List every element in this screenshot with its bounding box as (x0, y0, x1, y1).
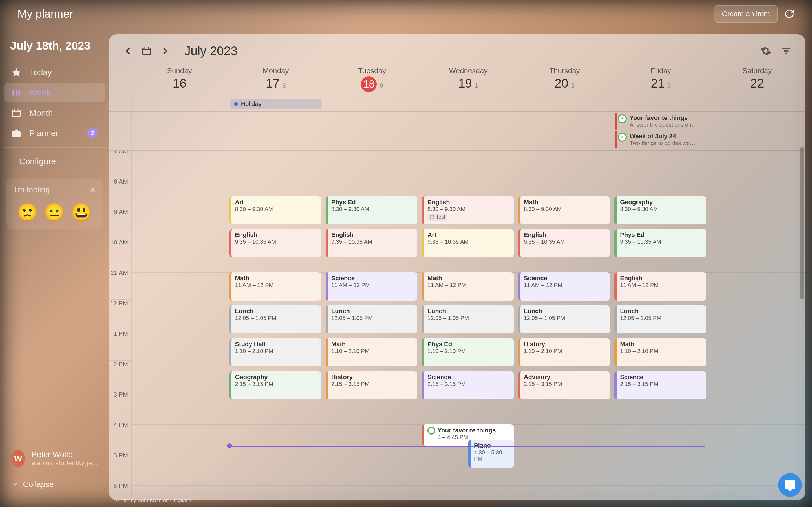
calendar-event[interactable]: Math8:30 – 9:30 AM (518, 196, 610, 224)
calendar-event[interactable]: Lunch12:05 – 1:05 PM (614, 305, 706, 334)
calendar-event[interactable]: English11 AM – 12 PM (614, 272, 706, 300)
calendar-event[interactable]: Art9:35 – 10:35 AM (422, 229, 513, 257)
grid-cell[interactable] (132, 394, 227, 425)
calendar-event[interactable]: Lunch12:05 – 1:05 PM (518, 305, 610, 334)
emoji-sad[interactable]: 🙁 (17, 202, 38, 222)
close-icon[interactable]: ✕ (89, 185, 96, 194)
grid-cell[interactable] (324, 485, 420, 500)
day-header-wed[interactable]: Wednesday191 (420, 64, 516, 97)
prev-week-button[interactable] (122, 45, 134, 57)
grid-cell[interactable] (132, 455, 227, 485)
calendar-event[interactable]: Science2:15 – 3:15 PM (422, 371, 513, 399)
calendar-event[interactable]: Science11 AM – 12 PM (518, 272, 610, 300)
calendar-event[interactable]: Science2:15 – 3:15 PM (614, 371, 706, 399)
grid-cell[interactable] (132, 333, 227, 363)
calendar-event[interactable]: Math1:10 – 2:10 PM (326, 338, 417, 367)
calendar-event[interactable]: Study Hall1:10 – 2:10 PM (229, 338, 321, 367)
day-header-tue[interactable]: Tuesday189 (324, 64, 420, 97)
refresh-icon[interactable] (784, 9, 795, 19)
date-picker-icon[interactable] (142, 46, 152, 56)
notice-item[interactable]: Your favorite thingsAnswer the questions… (615, 113, 707, 130)
user-profile[interactable]: W Peter Wolfe webinarstudent@ge... (8, 446, 101, 471)
grid-cell[interactable] (709, 394, 805, 425)
calendar-event[interactable]: Math1:10 – 2:10 PM (614, 338, 706, 367)
grid-cell[interactable] (227, 485, 324, 500)
grid-cell[interactable] (516, 485, 613, 500)
emoji-neutral[interactable]: 😐 (44, 202, 65, 222)
grid-cell[interactable] (709, 181, 805, 212)
grid-cell[interactable] (613, 485, 709, 500)
chat-button[interactable] (778, 473, 802, 497)
filter-icon[interactable] (780, 45, 792, 57)
grid-cell[interactable] (709, 272, 805, 303)
grid-cell[interactable] (709, 333, 805, 363)
collapse-button[interactable]: « Collapse (8, 474, 101, 495)
grid-cell[interactable] (516, 425, 613, 455)
calendar-event[interactable]: Geography2:15 – 3:15 PM (229, 371, 321, 399)
calendar-event[interactable]: English9:35 – 10:35 AM (518, 229, 610, 257)
calendar-event[interactable]: Math11 AM – 12 PM (229, 272, 321, 300)
calendar-event[interactable]: Art8:30 – 9:30 AM (229, 196, 321, 224)
calendar-event[interactable]: Phys Ed9:35 – 10:35 AM (614, 229, 706, 257)
grid-cell[interactable] (516, 151, 613, 181)
nav-planner[interactable]: Planner 2 (4, 124, 105, 143)
day-header-fri[interactable]: Friday213 (613, 64, 709, 97)
grid-cell[interactable] (613, 151, 709, 181)
grid-cell[interactable] (516, 455, 613, 485)
grid-cell[interactable] (132, 425, 227, 455)
grid-cell[interactable] (132, 242, 227, 272)
grid-cell[interactable] (227, 455, 324, 485)
grid-cell[interactable] (324, 425, 420, 455)
grid-cell[interactable] (227, 425, 324, 455)
calendar-event[interactable]: History1:10 – 2:10 PM (518, 338, 610, 367)
nav-configure[interactable]: Configure (4, 152, 105, 171)
scrollbar[interactable] (800, 96, 804, 495)
calendar-event[interactable]: Science11 AM – 12 PM (326, 272, 417, 300)
create-item-button[interactable]: Create an item (714, 5, 777, 22)
calendar-event[interactable]: Lunch12:05 – 1:05 PM (422, 305, 513, 334)
grid-cell[interactable] (132, 272, 227, 303)
day-header-mon[interactable]: Monday178 (227, 64, 324, 97)
grid-cell[interactable] (324, 151, 420, 181)
grid-cell[interactable] (132, 303, 227, 333)
day-header-thu[interactable]: Thursday202 (516, 64, 613, 97)
calendar-event[interactable]: Math11 AM – 12 PM (422, 272, 513, 300)
calendar-event[interactable]: Lunch12:05 – 1:05 PM (326, 305, 417, 334)
grid-cell[interactable] (420, 485, 516, 500)
grid-cell[interactable] (709, 212, 805, 242)
calendar-event[interactable]: History2:15 – 3:15 PM (326, 371, 417, 399)
calendar-event[interactable]: Piano4:30 – 5:30 PM (468, 440, 514, 468)
grid-cell[interactable] (709, 151, 805, 181)
grid-cell[interactable] (132, 181, 227, 212)
allday-event[interactable]: Holiday (230, 99, 321, 109)
grid-cell[interactable] (709, 425, 805, 455)
grid-cell[interactable] (420, 151, 516, 181)
grid-cell[interactable] (709, 242, 805, 272)
grid-cell[interactable] (227, 151, 324, 181)
calendar-event[interactable]: English9:35 – 10:35 AM (229, 229, 321, 257)
calendar-event[interactable]: Phys Ed1:10 – 2:10 PM (422, 338, 513, 367)
grid-cell[interactable] (132, 212, 227, 242)
grid-cell[interactable] (709, 363, 805, 394)
nav-month[interactable]: Month (4, 103, 105, 122)
calendar-event[interactable]: English9:35 – 10:35 AM (326, 229, 417, 257)
emoji-happy[interactable]: 😃 (71, 202, 92, 222)
nav-today[interactable]: Today (4, 63, 105, 82)
day-header-sat[interactable]: Saturday22 (709, 64, 805, 97)
grid-cell[interactable] (132, 363, 227, 394)
day-header-sun[interactable]: Sunday16 (132, 64, 227, 97)
grid-cell[interactable] (324, 455, 420, 485)
calendar-event[interactable]: English8:30 – 9:30 AMTest (422, 196, 513, 224)
grid-cell[interactable] (132, 151, 227, 181)
settings-icon[interactable] (760, 45, 771, 57)
nav-week[interactable]: Week (4, 83, 105, 102)
grid-cell[interactable] (709, 303, 805, 333)
next-week-button[interactable] (160, 45, 171, 57)
calendar-event[interactable]: Geography8:30 – 9:30 AM (614, 196, 706, 224)
calendar-event[interactable]: Advisory2:15 – 3:15 PM (518, 371, 610, 399)
grid-cell[interactable] (613, 455, 709, 485)
notice-item[interactable]: Week of July 24Two things to do this wee… (615, 131, 707, 148)
grid-cell[interactable] (613, 425, 709, 455)
calendar-grid[interactable]: 7 AM8 AM9 AM10 AM11 AM12 PM1 PM2 PM3 PM4… (109, 151, 805, 500)
calendar-event[interactable]: Lunch12:05 – 1:05 PM (229, 305, 321, 334)
